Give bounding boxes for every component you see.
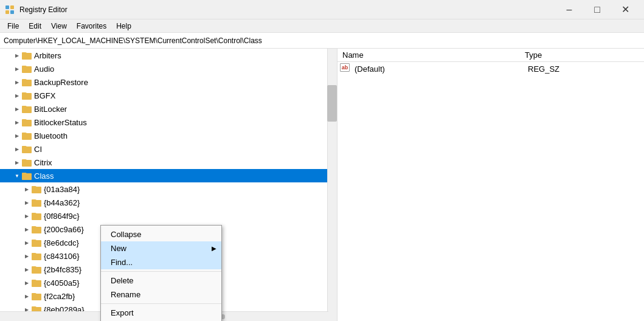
tree-item-citrix[interactable]: ▶ Citrix bbox=[0, 156, 337, 169]
tree-item-class-child-3[interactable]: ▶ {0f864f9c} bbox=[0, 209, 337, 223]
tree-label: {b44a362} bbox=[44, 198, 80, 207]
expand-arrow: ▶ bbox=[12, 77, 22, 87]
ctx-delete[interactable]: Delete bbox=[101, 274, 221, 288]
ctx-label: Rename bbox=[111, 290, 140, 299]
menu-view[interactable]: View bbox=[46, 21, 72, 32]
tree-label: BackupRestore bbox=[34, 78, 88, 87]
expand-arrow: ▶ bbox=[12, 131, 22, 140]
tree-label: {200c9a66} bbox=[44, 225, 84, 234]
folder-icon bbox=[22, 91, 32, 100]
expand-arrow: ▼ bbox=[12, 171, 22, 181]
tree-label: {f2ca2fb} bbox=[44, 292, 75, 301]
tree-item-audio[interactable]: ▶ Audio bbox=[0, 62, 337, 75]
main-content: ▶ Arbiters ▶ Audio ▶ BackupRestore ▶ BGF… bbox=[0, 49, 644, 321]
tree-label: Citrix bbox=[34, 158, 52, 167]
registry-row-default[interactable]: ab (Default) REG_SZ bbox=[338, 62, 644, 75]
expand-arrow: ▶ bbox=[22, 264, 32, 274]
tree-label: {2b4fc835} bbox=[44, 265, 81, 274]
folder-icon bbox=[22, 157, 32, 167]
folder-icon bbox=[32, 251, 41, 261]
folder-icon bbox=[22, 144, 32, 154]
window-title: Registry Editor bbox=[19, 5, 555, 14]
svg-rect-0 bbox=[5, 5, 9, 9]
ctx-collapse[interactable]: Collapse bbox=[101, 227, 221, 241]
tree-scrollbar[interactable] bbox=[327, 49, 337, 321]
scrollbar-thumb[interactable] bbox=[327, 85, 337, 122]
tree-item-bgfx[interactable]: ▶ BGFX bbox=[0, 89, 337, 102]
tree-label: BGFX bbox=[34, 91, 55, 100]
tree-item-bitlockerstatus[interactable]: ▶ BitlockerStatus bbox=[0, 116, 337, 129]
tree-item-ci[interactable]: ▶ CI bbox=[0, 142, 337, 156]
ctx-separator-1 bbox=[101, 271, 221, 272]
menu-help[interactable]: Help bbox=[111, 21, 136, 32]
tree-item-class[interactable]: ▼ Class bbox=[0, 169, 337, 182]
context-menu: Collapse New ▶ Find... Delete Rename Exp… bbox=[100, 225, 222, 321]
col-header-type[interactable]: Type bbox=[520, 49, 644, 62]
tree-label: Arbiters bbox=[34, 51, 61, 60]
menu-favorites[interactable]: Favorites bbox=[72, 21, 111, 32]
tree-item-class-child-1[interactable]: ▶ {01a3a84} bbox=[0, 182, 337, 196]
folder-icon bbox=[22, 50, 32, 60]
expand-arrow: ▶ bbox=[22, 291, 32, 301]
ctx-label: New bbox=[111, 244, 126, 253]
svg-rect-1 bbox=[10, 5, 14, 9]
tree-label: {c4050a5} bbox=[44, 278, 80, 288]
tree-label: BitLocker bbox=[34, 105, 67, 114]
expand-arrow: ▶ bbox=[22, 211, 32, 221]
ctx-label: Delete bbox=[111, 276, 134, 285]
expand-arrow: ▶ bbox=[12, 64, 22, 74]
folder-icon bbox=[32, 211, 41, 221]
ctx-label: Find... bbox=[111, 258, 133, 267]
folder-icon bbox=[22, 117, 32, 127]
address-path[interactable]: Computer\HKEY_LOCAL_MACHINE\SYSTEM\Curre… bbox=[4, 36, 262, 45]
ctx-find[interactable]: Find... bbox=[101, 255, 221, 269]
expand-arrow: ▶ bbox=[12, 104, 22, 114]
submenu-arrow-icon: ▶ bbox=[212, 245, 216, 252]
reg-sz-icon: ab bbox=[340, 63, 351, 74]
ctx-rename[interactable]: Rename bbox=[101, 288, 221, 302]
expand-arrow: ▶ bbox=[22, 278, 32, 288]
tree-label: {0f864f9c} bbox=[44, 212, 80, 221]
expand-arrow: ▶ bbox=[22, 251, 32, 261]
ab-icon: ab bbox=[340, 63, 350, 72]
app-icon bbox=[5, 5, 15, 15]
address-bar: Computer\HKEY_LOCAL_MACHINE\SYSTEM\Curre… bbox=[0, 33, 644, 49]
close-button[interactable]: ✕ bbox=[611, 0, 639, 19]
tree-label: Audio bbox=[34, 64, 54, 74]
menu-file[interactable]: File bbox=[2, 21, 24, 32]
svg-rect-3 bbox=[10, 10, 14, 14]
expand-arrow: ▶ bbox=[22, 224, 32, 234]
expand-arrow: ▶ bbox=[22, 184, 32, 194]
tree-label: Class bbox=[34, 171, 54, 181]
ctx-label: Export bbox=[111, 308, 134, 317]
minimize-button[interactable]: – bbox=[555, 0, 583, 19]
tree-item-bluetooth[interactable]: ▶ Bluetooth bbox=[0, 129, 337, 142]
folder-icon bbox=[22, 77, 32, 87]
folder-icon bbox=[32, 224, 41, 234]
ctx-new[interactable]: New ▶ bbox=[101, 241, 221, 255]
tree-label: BitlockerStatus bbox=[34, 118, 87, 127]
tree-item-class-child-2[interactable]: ▶ {b44a362} bbox=[0, 196, 337, 209]
folder-icon bbox=[22, 104, 32, 114]
folder-icon bbox=[32, 291, 41, 301]
folder-icon bbox=[32, 278, 41, 288]
col-header-name[interactable]: Name bbox=[338, 49, 520, 62]
tree-label: {c843106} bbox=[44, 252, 80, 261]
menu-edit[interactable]: Edit bbox=[24, 21, 46, 32]
maximize-button[interactable]: □ bbox=[583, 0, 611, 19]
expand-arrow: ▶ bbox=[22, 238, 32, 247]
right-panel-header: Name Type bbox=[338, 49, 644, 62]
title-bar: Registry Editor – □ ✕ bbox=[0, 0, 644, 19]
tree-label: Bluetooth bbox=[34, 131, 68, 140]
svg-rect-2 bbox=[5, 10, 9, 14]
tree-item-bitlocker[interactable]: ▶ BitLocker bbox=[0, 102, 337, 116]
tree-item-backuprestore[interactable]: ▶ BackupRestore bbox=[0, 75, 337, 89]
folder-icon bbox=[32, 264, 41, 274]
tree-label: {01a3a84} bbox=[44, 185, 80, 194]
reg-value-name: (Default) bbox=[355, 64, 528, 74]
folder-icon bbox=[32, 198, 41, 207]
ctx-export[interactable]: Export bbox=[101, 306, 221, 320]
menu-bar: File Edit View Favorites Help bbox=[0, 19, 644, 33]
reg-value-type: REG_SZ bbox=[528, 64, 642, 74]
tree-item-arbiters[interactable]: ▶ Arbiters bbox=[0, 49, 337, 62]
